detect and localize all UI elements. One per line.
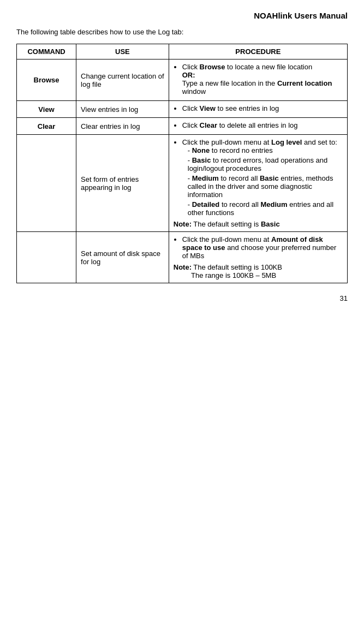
table-row: Set form of entries appearing in log Cli…	[17, 135, 348, 232]
page-number: 31	[16, 294, 348, 302]
page-title: NOAHlink Users Manual	[16, 11, 348, 20]
cmd-view: View	[17, 101, 76, 118]
use-clear: Clear entries in log	[76, 118, 169, 135]
table-row: Set amount of disk space for log Click t…	[17, 232, 348, 283]
proc-diskspace: Click the pull-down menu at Amount of di…	[169, 232, 347, 283]
table-row: Clear Clear entries in log Click Clear t…	[17, 118, 348, 135]
table-row: Browse Change current location of log fi…	[17, 59, 348, 101]
log-tab-table: COMMAND USE PROCEDURE Browse Change curr…	[16, 44, 348, 283]
use-diskspace: Set amount of disk space for log	[76, 232, 169, 283]
intro-text: The following table describes how to use…	[16, 28, 348, 36]
use-browse: Change current location of log file	[76, 59, 169, 101]
proc-clear: Click Clear to delete all entries in log	[169, 118, 347, 135]
note-loglevel: Note: The default setting is Basic	[174, 220, 343, 228]
use-loglevel: Set form of entries appearing in log	[76, 135, 169, 232]
proc-loglevel: Click the pull-down menu at Log level an…	[169, 135, 347, 232]
cmd-browse: Browse	[17, 59, 76, 101]
col-header-use: USE	[76, 44, 169, 59]
cmd-loglevel	[17, 135, 76, 232]
use-view: View entries in log	[76, 101, 169, 118]
note-diskspace: Note: The default setting is 100KB The r…	[174, 263, 343, 279]
table-row: View View entries in log Click View to s…	[17, 101, 348, 118]
cmd-diskspace	[17, 232, 76, 283]
proc-browse: Click Browse to locate a new file locati…	[169, 59, 347, 101]
cmd-clear: Clear	[17, 118, 76, 135]
proc-view: Click View to see entries in log	[169, 101, 347, 118]
col-header-procedure: PROCEDURE	[169, 44, 347, 59]
col-header-command: COMMAND	[17, 44, 76, 59]
